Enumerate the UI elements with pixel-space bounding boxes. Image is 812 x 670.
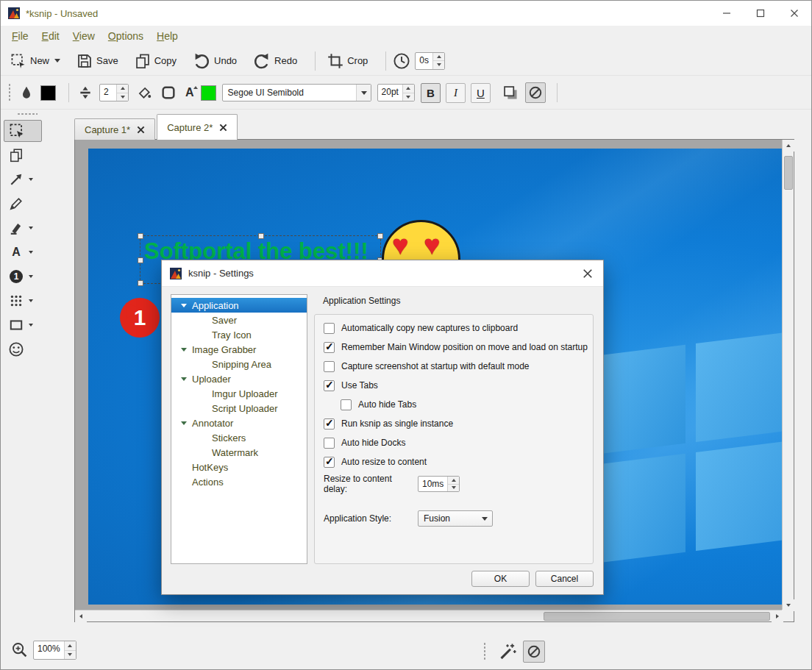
checkbox-row-auto-resize[interactable]: Auto resize to content	[324, 452, 593, 471]
checkbox-row-auto-hide-tabs[interactable]: Auto hide Tabs	[324, 395, 593, 414]
spin-arrows[interactable]	[116, 85, 128, 101]
tree-item-image-grabber[interactable]: Image Grabber	[171, 342, 307, 357]
checkbox-row-remember-position[interactable]: Remember Main Window position on move an…	[324, 338, 593, 357]
bold-button[interactable]: B	[421, 83, 441, 103]
dialog-close-button[interactable]	[583, 268, 593, 279]
menu-view[interactable]: View	[66, 27, 102, 45]
chevron-down-icon[interactable]	[29, 299, 33, 302]
spin-down-icon[interactable]	[117, 93, 128, 101]
number-tool[interactable]: 1	[4, 265, 42, 288]
menu-options[interactable]: Options	[102, 27, 150, 45]
font-size-spinbox[interactable]: 20pt	[377, 84, 415, 101]
horizontal-scrollbar[interactable]	[75, 610, 783, 621]
magic-wand-icon[interactable]	[498, 642, 517, 661]
border-button[interactable]	[158, 82, 179, 103]
color-swatch-black[interactable]	[40, 85, 56, 101]
pencil-tool[interactable]	[4, 193, 42, 215]
tree-expand-arrow[interactable]	[181, 348, 187, 352]
checkbox[interactable]	[341, 399, 352, 410]
no-effect-button[interactable]	[525, 82, 546, 103]
spin-down-icon[interactable]	[448, 485, 459, 492]
checkbox-row-auto-hide-docks[interactable]: Auto hide Docks	[324, 433, 593, 452]
toolbar-drag-handle[interactable]	[483, 642, 486, 661]
menu-edit[interactable]: Edit	[35, 27, 66, 45]
tree-item-snipping-area[interactable]: Snipping Area	[171, 357, 307, 371]
checkbox-row-use-tabs[interactable]: Use Tabs	[324, 376, 593, 395]
width-spinbox[interactable]: 2	[99, 84, 129, 101]
spin-down-icon[interactable]	[65, 651, 76, 660]
tab-capture-1[interactable]: Capture 1*	[74, 118, 155, 140]
chevron-down-icon[interactable]	[29, 324, 33, 327]
application-style-dropdown[interactable]: Fusion	[418, 510, 493, 527]
spin-arrows[interactable]	[402, 85, 414, 101]
spin-arrows[interactable]	[432, 53, 444, 69]
sticker-tool[interactable]	[4, 338, 42, 360]
spin-down-icon[interactable]	[433, 61, 444, 69]
font-family-combobox[interactable]: Segoe UI Semibold	[222, 84, 371, 101]
horizontal-scroll-thumb[interactable]	[544, 612, 770, 621]
checkbox[interactable]	[324, 361, 335, 372]
font-size-button[interactable]: A	[183, 85, 196, 101]
spin-up-icon[interactable]	[433, 53, 444, 62]
undo-button[interactable]: Undo	[188, 49, 242, 73]
tree-item-actions[interactable]: Actions	[171, 474, 307, 489]
pixelate-tool[interactable]	[4, 290, 42, 312]
spin-up-icon[interactable]	[117, 85, 128, 93]
spin-arrows[interactable]	[64, 641, 76, 659]
tree-item-tray-icon[interactable]: Tray Icon	[171, 327, 307, 342]
checkbox[interactable]	[324, 323, 335, 334]
spin-up-icon[interactable]	[448, 477, 459, 485]
fill-button[interactable]	[135, 83, 154, 102]
toolbar-drag-handle[interactable]	[8, 83, 11, 102]
zoom-spinbox[interactable]: 100%	[33, 641, 76, 660]
tree-expand-arrow[interactable]	[181, 377, 187, 381]
checkbox[interactable]	[324, 457, 335, 468]
duplicate-tool[interactable]	[4, 144, 42, 166]
spin-up-icon[interactable]	[65, 641, 76, 651]
checkbox-row-copy-to-clipboard[interactable]: Automatically copy new captures to clipb…	[324, 318, 593, 338]
menu-help[interactable]: Help	[150, 27, 185, 45]
italic-button[interactable]: I	[446, 83, 466, 103]
maximize-button[interactable]	[744, 1, 777, 26]
color-swatch-green[interactable]	[201, 85, 216, 101]
select-tool[interactable]	[4, 120, 42, 142]
scroll-up-button[interactable]	[783, 140, 794, 152]
rect-tool[interactable]	[4, 314, 42, 336]
number-badge-annotation[interactable]: 1	[120, 298, 160, 338]
tree-item-hotkeys[interactable]: HotKeys	[171, 460, 307, 474]
vertical-scroll-thumb[interactable]	[784, 156, 793, 190]
tree-item-watermark[interactable]: Watermark	[171, 445, 307, 460]
spin-up-icon[interactable]	[403, 85, 414, 93]
menu-file[interactable]: File	[5, 27, 35, 45]
delay-spinbox[interactable]: 0s	[415, 52, 445, 70]
chevron-down-icon[interactable]	[29, 227, 33, 229]
crop-button[interactable]: Crop	[322, 50, 373, 72]
tree-item-imgur-uploader[interactable]: Imgur Uploader	[171, 386, 307, 401]
close-tab-icon[interactable]	[219, 124, 227, 132]
vertical-scrollbar[interactable]	[782, 140, 794, 611]
width-button[interactable]	[76, 83, 95, 102]
redo-button[interactable]: Redo	[248, 49, 302, 73]
spin-arrows[interactable]	[447, 477, 459, 491]
combo-dropdown-button[interactable]	[356, 85, 371, 101]
resize-delay-spinbox[interactable]: 10ms	[418, 476, 460, 492]
checkbox-row-single-instance[interactable]: Run ksnip as single instance	[324, 414, 593, 433]
shadow-effect-button[interactable]	[500, 82, 521, 103]
dock-drag-handle[interactable]	[17, 113, 38, 115]
checkbox[interactable]	[324, 418, 335, 430]
tab-capture-2[interactable]: Capture 2*	[157, 114, 238, 140]
tree-item-annotator[interactable]: Annotator	[171, 416, 307, 430]
blur-drop-button[interactable]	[17, 83, 36, 102]
copy-button[interactable]: Copy	[129, 50, 182, 72]
close-button[interactable]	[777, 1, 811, 26]
checkbox[interactable]	[324, 342, 335, 353]
tree-item-application[interactable]: Application	[171, 298, 307, 313]
no-effect-button[interactable]	[523, 641, 545, 663]
tree-expand-arrow[interactable]	[181, 304, 187, 307]
marker-tool[interactable]	[4, 217, 42, 239]
tree-item-saver[interactable]: Saver	[171, 313, 307, 327]
checkbox[interactable]	[324, 438, 335, 449]
text-tool[interactable]: A	[4, 241, 42, 263]
tree-item-stickers[interactable]: Stickers	[171, 430, 307, 445]
spin-down-icon[interactable]	[403, 93, 414, 101]
